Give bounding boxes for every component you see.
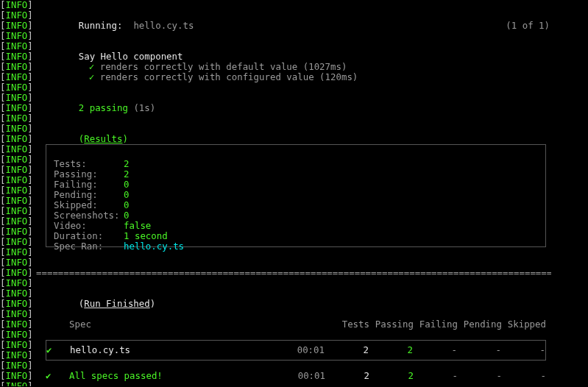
spacer (0, 31, 588, 41)
row-tests: 2 (325, 345, 369, 355)
col-tests: Tests (325, 319, 369, 330)
suite-title: Say Hello component (79, 51, 183, 62)
result-row: Passing:2 (54, 169, 538, 180)
result-row: Duration:1 second (54, 231, 538, 241)
result-row: Pending:0 (54, 190, 538, 200)
results-heading: (Results) (0, 124, 588, 134)
results-box: Tests:2 Passing:2 Failing:0 Pending:0 Sk… (46, 144, 546, 247)
total-passing: 2 (369, 371, 414, 381)
spacer (0, 0, 588, 10)
result-row: Tests:2 (54, 159, 538, 169)
result-row: Failing:0 (54, 180, 538, 190)
spacer (0, 258, 588, 268)
col-pending: Pending (458, 319, 502, 330)
running-counter: (1 of 1) (506, 21, 588, 31)
summary-table: Spec Tests Passing Failing Pending Skipp… (46, 319, 546, 381)
spacer (0, 82, 588, 93)
spacer (0, 278, 588, 288)
col-failing: Failing (414, 319, 458, 330)
test-name: renders correctly with configured value … (100, 71, 358, 82)
row-time: 00:01 (280, 345, 325, 355)
running-label: Running: (79, 20, 123, 31)
col-skipped: Skipped (502, 319, 546, 330)
suite-title-line: Say Hello component (0, 41, 588, 52)
total-time: 00:01 (281, 371, 325, 381)
check-icon: ✔ (46, 345, 57, 355)
passing-time: (1s) (133, 102, 155, 113)
terminal-output: Running: hello.cy.ts(1 of 1) Say Hello c… (0, 0, 588, 381)
result-row: Skipped:0 (54, 200, 538, 210)
divider-line: ========================================… (36, 268, 551, 278)
running-spec: hello.cy.ts (133, 20, 194, 31)
row-pending: - (457, 345, 501, 355)
result-row: Screenshots:0 (54, 210, 538, 221)
running-header: Running: hello.cy.ts(1 of 1) (0, 10, 588, 21)
results-label: Results (84, 133, 122, 144)
row-skipped: - (501, 345, 545, 355)
total-label: All specs passed! (56, 371, 281, 381)
row-passing: 2 (369, 345, 413, 355)
spacer (0, 113, 588, 124)
total-skipped: - (502, 371, 546, 381)
passing-summary: 2 passing (1s) (0, 93, 588, 103)
summary-header: Spec Tests Passing Failing Pending Skipp… (46, 319, 546, 330)
col-spec: Spec (56, 319, 281, 330)
total-failing: - (414, 371, 458, 381)
row-spec: hello.cy.ts (57, 345, 280, 355)
result-row: Video:false (54, 221, 538, 231)
check-icon: ✔ (46, 371, 56, 381)
summary-total: ✔ All specs passed! 00:01 2 2 - - - (46, 371, 546, 381)
run-finished-heading: (Run Finished) (0, 288, 588, 299)
row-failing: - (413, 345, 457, 355)
total-tests: 2 (325, 371, 369, 381)
passing-count: 2 passing (79, 102, 128, 113)
total-pending: - (458, 371, 502, 381)
summary-row: ✔ hello.cy.ts 00:01 2 2 - - - (46, 340, 546, 361)
col-passing: Passing (369, 319, 414, 330)
run-finished-label: Run Finished (84, 298, 150, 309)
spacer (0, 309, 588, 319)
test-name: renders correctly with default value (10… (100, 61, 347, 72)
